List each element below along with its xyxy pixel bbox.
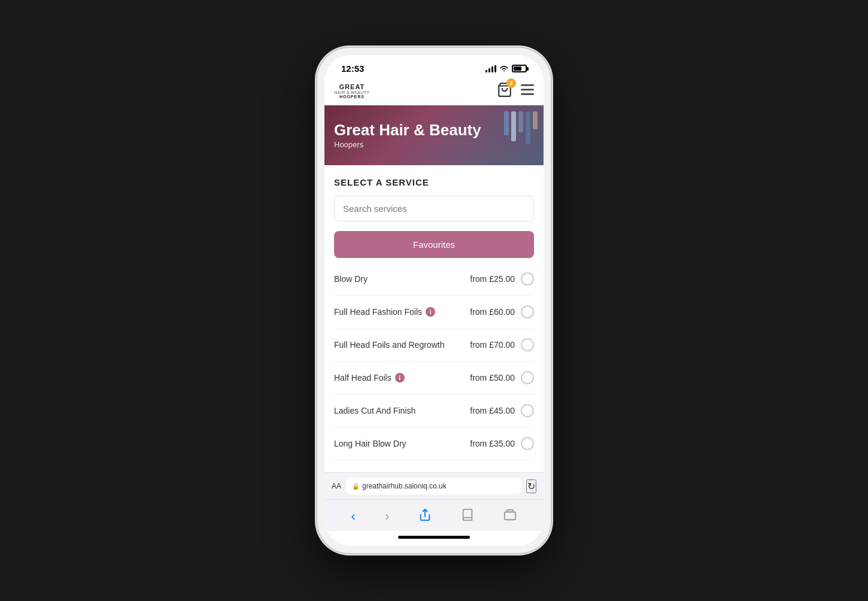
phone-screen: 12:53 GREAT bbox=[324, 55, 544, 546]
back-button[interactable]: ‹ bbox=[347, 506, 360, 527]
service-left: Blow Dry bbox=[334, 274, 470, 284]
service-name: Full Head Foils and Regrowth bbox=[334, 340, 444, 350]
reload-button[interactable]: ↻ bbox=[526, 479, 536, 493]
service-left: Long Hair Blow Dry bbox=[334, 439, 470, 448]
info-badge[interactable]: i bbox=[395, 373, 405, 383]
service-price: from £50.00 bbox=[470, 373, 515, 383]
scrollable-content[interactable]: Great Hair & Beauty Hoopers SELECT A SER… bbox=[324, 105, 544, 472]
basket-badge: 2 bbox=[506, 78, 516, 88]
favourites-button[interactable]: Favourites bbox=[334, 231, 534, 258]
browser-bar: AA 🔒 greathairhub.saloniq.co.uk ↻ bbox=[324, 472, 544, 499]
service-price: from £60.00 bbox=[470, 307, 515, 317]
book-icon bbox=[461, 508, 474, 521]
service-left: Ladies Cut And Finish bbox=[334, 406, 470, 415]
hamburger-icon bbox=[521, 84, 534, 95]
service-price: from £25.00 bbox=[470, 274, 515, 284]
service-price: from £70.00 bbox=[470, 340, 515, 350]
service-radio[interactable] bbox=[521, 404, 534, 417]
svg-rect-5 bbox=[505, 512, 515, 520]
service-left: Full Head Foils and Regrowth bbox=[334, 340, 470, 350]
logo-line3: HOOPERS bbox=[339, 95, 365, 99]
status-icons bbox=[485, 65, 527, 72]
service-name: Long Hair Blow Dry bbox=[334, 439, 406, 448]
hero-bottles bbox=[504, 111, 538, 144]
service-right: from £35.00 bbox=[470, 437, 534, 450]
browser-url-box[interactable]: 🔒 greathairhub.saloniq.co.uk bbox=[346, 478, 521, 494]
info-badge[interactable]: i bbox=[426, 307, 435, 317]
share-icon bbox=[418, 508, 432, 521]
tabs-icon bbox=[503, 508, 517, 521]
battery-icon bbox=[512, 65, 527, 72]
share-button[interactable] bbox=[414, 506, 436, 527]
service-right: from £25.00 bbox=[470, 272, 534, 286]
service-left: Full Head Fashion Foils i bbox=[334, 307, 470, 317]
bottom-nav: ‹ › bbox=[324, 499, 544, 531]
bookmarks-button[interactable] bbox=[456, 506, 479, 527]
menu-button[interactable] bbox=[521, 84, 534, 98]
home-indicator bbox=[324, 531, 544, 546]
phone-frame: 12:53 GREAT bbox=[317, 48, 551, 553]
service-item[interactable]: Full Head Fashion Foils i from £60.00 bbox=[334, 296, 534, 329]
service-radio[interactable] bbox=[521, 437, 534, 450]
service-item[interactable]: Ladies Cut And Finish from £45.00 bbox=[334, 394, 534, 427]
browser-aa-button[interactable]: AA bbox=[332, 482, 341, 490]
wifi-icon bbox=[499, 65, 509, 72]
service-price: from £35.00 bbox=[470, 439, 515, 448]
app-logo: GREAT HAIR & BEAUTY HOOPERS bbox=[334, 83, 370, 99]
status-time: 12:53 bbox=[341, 63, 364, 74]
service-right: from £45.00 bbox=[470, 404, 534, 417]
service-item[interactable]: Long Hair Blow Dry from £35.00 bbox=[334, 427, 534, 460]
main-content: SELECT A SERVICE Favourites Blow Dry fro… bbox=[324, 165, 544, 472]
service-name: Ladies Cut And Finish bbox=[334, 406, 415, 415]
svg-rect-1 bbox=[521, 84, 534, 86]
service-radio[interactable] bbox=[521, 371, 534, 384]
browser-url: greathairhub.saloniq.co.uk bbox=[362, 482, 447, 490]
service-right: from £60.00 bbox=[470, 305, 534, 318]
service-right: from £70.00 bbox=[470, 338, 534, 351]
service-item[interactable]: Half Head Foils i from £50.00 bbox=[334, 362, 534, 394]
logo-line2: HAIR & BEAUTY bbox=[334, 90, 370, 95]
svg-rect-2 bbox=[521, 89, 534, 91]
home-bar bbox=[398, 536, 470, 539]
forward-button[interactable]: › bbox=[380, 506, 394, 527]
service-radio[interactable] bbox=[521, 305, 534, 318]
basket-button[interactable]: 2 bbox=[497, 82, 512, 100]
service-name: Half Head Foils bbox=[334, 373, 391, 383]
service-left: Half Head Foils i bbox=[334, 373, 470, 383]
app-header: GREAT HAIR & BEAUTY HOOPERS 2 bbox=[324, 77, 544, 105]
service-item[interactable]: Full Head Foils and Regrowth from £70.00 bbox=[334, 329, 534, 362]
header-icons: 2 bbox=[497, 82, 534, 100]
service-name: Blow Dry bbox=[334, 274, 368, 284]
service-list: Blow Dry from £25.00 Full Head Fashion F… bbox=[334, 263, 534, 460]
hero-banner: Great Hair & Beauty Hoopers bbox=[324, 105, 544, 165]
service-price: from £45.00 bbox=[470, 406, 515, 415]
service-radio[interactable] bbox=[521, 338, 534, 351]
lock-icon: 🔒 bbox=[352, 483, 359, 490]
section-title: SELECT A SERVICE bbox=[334, 177, 534, 187]
service-right: from £50.00 bbox=[470, 371, 534, 384]
service-radio[interactable] bbox=[521, 272, 534, 286]
svg-rect-3 bbox=[521, 93, 534, 95]
service-item[interactable]: Blow Dry from £25.00 bbox=[334, 263, 534, 296]
tabs-button[interactable] bbox=[499, 506, 521, 527]
logo-line1: GREAT bbox=[339, 83, 365, 90]
service-name: Full Head Fashion Foils bbox=[334, 307, 422, 317]
status-bar: 12:53 bbox=[324, 55, 544, 77]
signal-icon bbox=[485, 65, 496, 72]
search-input[interactable] bbox=[334, 196, 534, 221]
